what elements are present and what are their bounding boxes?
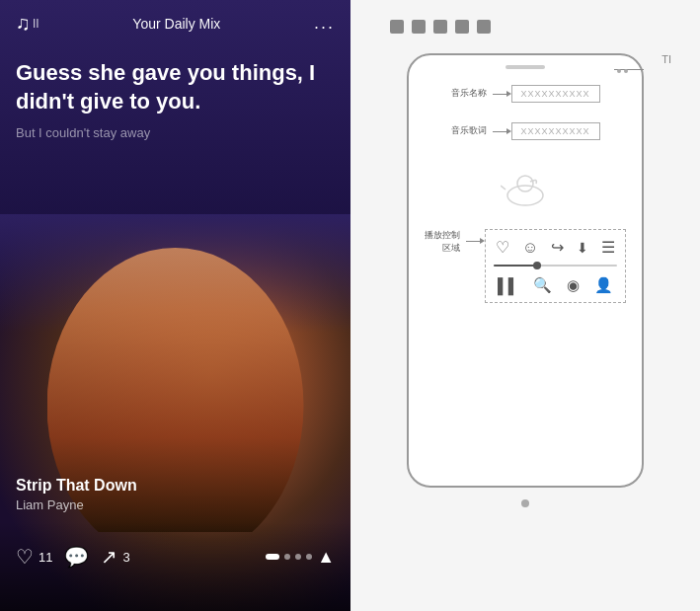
phone-more-dots xyxy=(617,69,628,73)
like-count: 11 xyxy=(39,550,52,565)
lyrics-section: Guess she gave you things, I didn't give… xyxy=(16,59,335,140)
bottom-indicator-dot xyxy=(521,499,529,507)
download-ctrl-icon[interactable]: ⬇ xyxy=(577,240,588,256)
action-buttons: ♡ 11 💬 ↗ 3 xyxy=(16,545,130,569)
share-button[interactable]: ↗ 3 xyxy=(101,545,129,569)
main-lyric: Guess she gave you things, I didn't give… xyxy=(16,59,335,115)
music-name-row: 音乐名称 XXXXXXXXXX xyxy=(451,85,600,103)
share-count: 3 xyxy=(122,550,129,565)
music-name-label: 音乐名称 xyxy=(451,88,487,100)
playlist-ctrl-icon[interactable]: ☰ xyxy=(601,238,615,257)
music-lyrics-field: XXXXXXXXXX xyxy=(511,122,600,140)
playback-label: 播放控制 区域 xyxy=(425,229,460,254)
music-lyrics-row: 音乐歌词 XXXXXXXXXX xyxy=(451,122,600,140)
like-button[interactable]: ♡ 11 xyxy=(16,545,52,569)
music-lyrics-arrow xyxy=(493,128,511,134)
playlist-title: Your Daily Mix xyxy=(132,16,220,32)
svg-point-1 xyxy=(517,176,533,191)
music-app-icon: ♫ II xyxy=(16,12,39,35)
pdot-2 xyxy=(624,69,628,73)
dot-1 xyxy=(266,554,279,560)
top-bar: ♫ II Your Daily Mix ... xyxy=(0,0,350,46)
bottom-action-bar: ♡ 11 💬 ↗ 3 ▲ xyxy=(0,522,350,611)
more-options-button[interactable]: ... xyxy=(314,13,335,34)
sub-lyric: But I couldn't stay away xyxy=(16,125,335,140)
share-icon: ↗ xyxy=(101,545,117,569)
playback-section: 播放控制 区域 ♡ ☺ ↪ ⬇ ☰ xyxy=(425,229,626,303)
playback-outer-label: 播放控制 区域 ♡ ☺ ↪ ⬇ ☰ xyxy=(425,229,626,303)
phone-wireframe: TI 音乐名称 XXXXXXXXXX 音乐歌词 xyxy=(407,53,644,488)
profile-nav-icon[interactable]: 👤 xyxy=(594,276,613,294)
nav-icons-row: ▌▌ 🔍 ◉ 👤 xyxy=(494,274,617,294)
wd-3 xyxy=(433,20,447,34)
headphone-nav-icon[interactable]: ◉ xyxy=(567,276,580,294)
expand-button[interactable]: ▲ xyxy=(317,547,335,568)
search-nav-icon[interactable]: 🔍 xyxy=(533,276,552,294)
smiley-ctrl-icon[interactable]: ☺ xyxy=(522,239,538,257)
decorative-icon xyxy=(501,168,550,207)
svg-line-2 xyxy=(501,186,506,190)
dot-3 xyxy=(295,554,301,560)
wireframe-panel: TI 音乐名称 XXXXXXXXXX 音乐歌词 xyxy=(350,0,700,611)
comment-icon: 💬 xyxy=(64,545,89,569)
playback-controls-row: ♡ ☺ ↪ ⬇ ☰ xyxy=(494,238,617,257)
heart-ctrl-icon[interactable]: ♡ xyxy=(496,238,509,257)
wireframe-top-dots xyxy=(390,20,491,34)
music-lyrics-label: 音乐歌词 xyxy=(451,125,487,137)
pdot-1 xyxy=(617,69,621,73)
progress-fill xyxy=(494,265,537,267)
heart-icon: ♡ xyxy=(16,545,34,569)
music-name-arrow xyxy=(493,91,511,97)
svg-point-0 xyxy=(507,186,543,205)
song-info: Strip That Down Liam Payne xyxy=(16,477,137,512)
wd-2 xyxy=(412,20,426,34)
wd-1 xyxy=(390,20,404,34)
comment-button[interactable]: 💬 xyxy=(64,545,89,569)
music-player-panel: ♫ II Your Daily Mix ... Guess she gave y… xyxy=(0,0,350,611)
wd-4 xyxy=(455,20,469,34)
song-artist: Liam Payne xyxy=(16,497,137,512)
dot-2 xyxy=(284,554,290,560)
dot-4 xyxy=(306,554,312,560)
waveform-nav-icon[interactable]: ▌▌ xyxy=(498,277,518,294)
share-ctrl-icon[interactable]: ↪ xyxy=(551,238,564,257)
playback-dashed-box: ♡ ☺ ↪ ⬇ ☰ xyxy=(485,229,626,303)
arr-line-1 xyxy=(493,94,506,95)
progress-dots: ▲ xyxy=(266,547,335,568)
wd-5 xyxy=(477,20,491,34)
playback-arr-line xyxy=(466,241,480,242)
progress-thumb xyxy=(533,262,541,269)
progress-bar[interactable] xyxy=(494,265,617,267)
arr-line-2 xyxy=(493,131,506,132)
music-name-field: XXXXXXXXXX xyxy=(511,85,600,103)
ti-label: TI xyxy=(661,53,671,65)
song-title: Strip That Down xyxy=(16,477,137,495)
